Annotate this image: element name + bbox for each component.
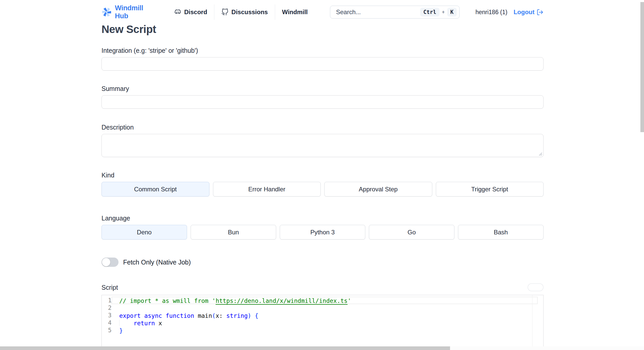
- github-icon: [221, 8, 228, 16]
- fetch-only-row: Fetch Only (Native Job): [101, 258, 544, 267]
- code-text: [112, 304, 538, 312]
- integration-input[interactable]: [101, 57, 544, 71]
- script-label: Script: [101, 284, 118, 291]
- integration-field: Integration (e.g: 'stripe' or 'github'): [101, 47, 544, 71]
- vertical-scrollbar-thumb[interactable]: [640, 2, 644, 132]
- code-editor[interactable]: 1// import * as wmill from 'https://deno…: [101, 295, 544, 350]
- code-text: return x: [112, 319, 538, 327]
- code-text: export async function main(x: string) {: [112, 312, 538, 319]
- language-option-go[interactable]: Go: [369, 225, 454, 240]
- script-section: Script 1// import * as wmill from 'https…: [101, 283, 544, 350]
- brand-name: Windmill Hub: [115, 4, 151, 20]
- search-shortcut: Ctrl + K: [420, 8, 457, 16]
- fetch-only-label: Fetch Only (Native Job): [123, 259, 191, 266]
- summary-input[interactable]: [101, 95, 544, 109]
- vertical-scrollbar[interactable]: [640, 0, 644, 350]
- kind-field: Kind Common Script Error Handler Approva…: [101, 172, 544, 197]
- discord-icon: [174, 8, 181, 16]
- script-pill-button[interactable]: [528, 283, 544, 291]
- nav-item-windmill[interactable]: Windmill: [275, 4, 315, 20]
- kind-option-error-handler[interactable]: Error Handler: [213, 182, 321, 197]
- code-current-line: // import * as wmill from 'https://deno.…: [112, 297, 538, 304]
- indent-guide: [119, 320, 120, 326]
- kbd-ctrl: Ctrl: [420, 8, 439, 16]
- minimap-separator: [532, 295, 532, 350]
- code-line[interactable]: 2: [102, 304, 543, 312]
- language-option-bun[interactable]: Bun: [191, 225, 276, 240]
- kbd-k: K: [447, 8, 457, 16]
- summary-label: Summary: [101, 85, 544, 92]
- code-line[interactable]: 5}: [102, 327, 543, 334]
- integration-label: Integration (e.g: 'stripe' or 'github'): [101, 47, 544, 54]
- page-title: New Script: [101, 23, 544, 36]
- horizontal-scrollbar-thumb[interactable]: [0, 346, 450, 350]
- logout-link[interactable]: Logout: [514, 8, 544, 16]
- code-text: }: [112, 327, 538, 334]
- nav-label-discord: Discord: [184, 8, 207, 16]
- kind-option-common-script[interactable]: Common Script: [101, 182, 209, 197]
- windmill-logo-icon: [101, 7, 112, 17]
- resize-handle-icon[interactable]: [538, 152, 542, 156]
- language-field: Language Deno Bun Python 3 Go Bash: [101, 215, 544, 240]
- kind-label: Kind: [101, 172, 544, 179]
- description-field: Description: [101, 124, 544, 157]
- kbd-plus: +: [442, 9, 445, 15]
- code-line[interactable]: 3export async function main(x: string) {: [102, 312, 543, 319]
- code-line[interactable]: 1// import * as wmill from 'https://deno…: [102, 297, 543, 304]
- nav-label-discussions: Discussions: [231, 8, 268, 16]
- logout-icon: [537, 9, 544, 16]
- nav-label-windmill: Windmill: [282, 8, 308, 16]
- line-number: 4: [102, 319, 112, 327]
- line-number: 2: [102, 304, 112, 312]
- description-textarea[interactable]: [101, 134, 544, 157]
- nav-item-discussions[interactable]: Discussions: [214, 4, 275, 20]
- logout-label: Logout: [514, 8, 535, 16]
- summary-field: Summary: [101, 85, 544, 109]
- kind-option-trigger-script[interactable]: Trigger Script: [436, 182, 544, 197]
- language-option-bash[interactable]: Bash: [458, 225, 544, 240]
- language-option-deno[interactable]: Deno: [101, 225, 187, 240]
- language-label: Language: [101, 215, 544, 222]
- language-options: Deno Bun Python 3 Go Bash: [101, 225, 544, 240]
- kind-option-approval-step[interactable]: Approval Step: [324, 182, 432, 197]
- kind-options: Common Script Error Handler Approval Ste…: [101, 182, 544, 197]
- main-nav: Discord Discussions Windmill: [167, 4, 315, 20]
- code-lines: 1// import * as wmill from 'https://deno…: [102, 295, 543, 334]
- line-number: 1: [102, 297, 112, 304]
- code-line[interactable]: 4 return x: [102, 319, 543, 327]
- line-number: 3: [102, 312, 112, 319]
- line-number: 5: [102, 327, 112, 334]
- language-option-python3[interactable]: Python 3: [280, 225, 365, 240]
- description-label: Description: [101, 124, 544, 131]
- search-box: Ctrl + K: [330, 6, 459, 19]
- username-text: henri186 (1): [476, 9, 507, 16]
- horizontal-scrollbar[interactable]: [0, 346, 644, 350]
- nav-item-discord[interactable]: Discord: [167, 4, 214, 20]
- brand-link[interactable]: Windmill Hub: [101, 4, 151, 20]
- header: Windmill Hub Discord: [101, 4, 544, 20]
- fetch-only-toggle[interactable]: [101, 258, 118, 267]
- toggle-knob: [102, 258, 110, 266]
